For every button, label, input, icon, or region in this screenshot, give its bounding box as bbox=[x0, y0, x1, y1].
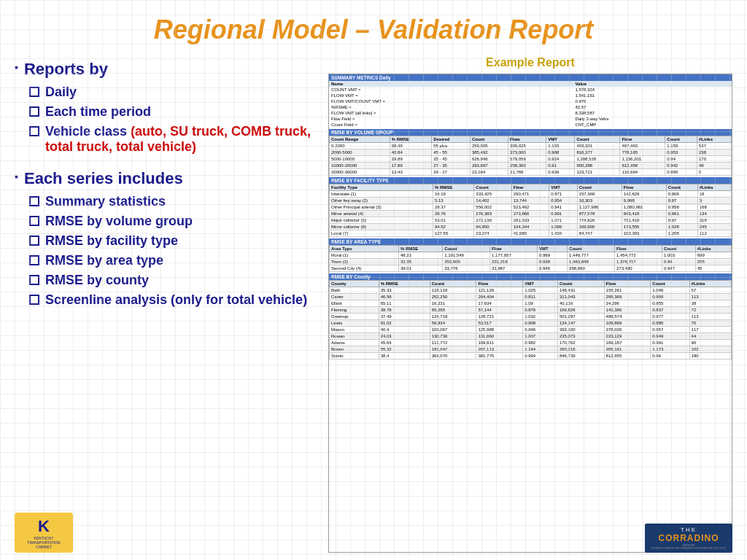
table-row: Local (7)127.6523,27441,9801.43484,74710… bbox=[330, 230, 732, 237]
each-time-label: Each time period bbox=[45, 104, 151, 120]
reports-by-list: Daily Each time period Vehicle class (au… bbox=[29, 85, 317, 155]
table-row: Carter46.58252,250204,4040.811311,043295… bbox=[330, 294, 732, 300]
rmse-facility-header: RMSE BY FACILITY TYPE bbox=[329, 177, 732, 184]
corradino-name: CORRADINO bbox=[659, 533, 719, 543]
vehicle-class-label: Vehicle class (auto, SU truck, COMB truc… bbox=[45, 124, 317, 155]
list-item: RMSE by area type bbox=[29, 253, 317, 268]
table-row: 20000-3000013.4324 - 2723,18421,7680.939… bbox=[330, 169, 732, 176]
vehicle-class-detail: (auto, SU truck, COMB truck, total truck… bbox=[45, 124, 311, 154]
table-row: Second City (4)39.0133,77631,9670.946268… bbox=[330, 265, 732, 272]
summary-metrics-section: SUMMARY METRICS Daily Name Value COUNT V… bbox=[329, 74, 732, 128]
table-row: COUNT VMT =1,578,324 bbox=[329, 87, 732, 93]
corradino-the: THE bbox=[681, 526, 697, 533]
table-row: FLOW VMT =1,541,161 bbox=[329, 93, 732, 98]
each-series-header: ▪ Each series includes bbox=[15, 169, 317, 188]
rmse-county-section: RMSE BY County County % RMSE Count Flow … bbox=[329, 273, 732, 359]
summary-stats-label: Summary statistics bbox=[45, 194, 166, 209]
table-row: Fleming39.7865,26557,1440.876169,826141,… bbox=[330, 307, 732, 314]
table-row: 10000-2000017.8927 - 35293,697258,3000.9… bbox=[330, 163, 732, 169]
list-item: Summary statistics bbox=[29, 194, 317, 209]
rmse-volume-section: RMSE BY VOLUME GROUP Count Range % RMSE … bbox=[329, 129, 732, 176]
summary-table: Name Value COUNT VMT =1,578,324 FLOW VMT… bbox=[329, 81, 732, 128]
table-row: Lewis61.0259,93453,5170.908124,147109,86… bbox=[330, 320, 732, 327]
bullet-icon: ▪ bbox=[15, 171, 18, 182]
checkbox-icon bbox=[29, 216, 39, 226]
table-row: Flow Field =Daily 2-way Vehs bbox=[329, 116, 732, 122]
table-row: County % RMSE Count Flow VMT Count Flow … bbox=[330, 281, 732, 287]
rmse-county-header: RMSE BY County bbox=[329, 273, 732, 280]
daily-label: Daily bbox=[45, 85, 77, 100]
rmse-facility-label: RMSE by facility type bbox=[45, 233, 178, 249]
checkbox-icon bbox=[29, 275, 39, 285]
bullet-icon: ▪ bbox=[15, 61, 18, 73]
table-row: Mason40.4103,067125,9880.946393,100376,0… bbox=[330, 327, 732, 333]
checkbox-icon bbox=[29, 236, 39, 246]
content-area: ▪ Reports by Daily Each time period Vehi… bbox=[0, 52, 747, 560]
rmse-area-header: RMSE BY AREA TYPE bbox=[329, 238, 732, 245]
screenline-label: Screenline analysis (only for total vehi… bbox=[45, 292, 307, 308]
table-row: Rural (1)48.211,191,5491,177,9570.9891,4… bbox=[330, 252, 732, 259]
example-report-title: Example Report bbox=[328, 56, 732, 69]
rmse-area-label: RMSE by area type bbox=[45, 253, 163, 268]
table-row: Area Type % RMSE Count Flow VMT Count Fl… bbox=[330, 246, 732, 252]
col-value: Value bbox=[573, 81, 732, 87]
table-row: Other fwy xway (2)5.1314,40213,7440.9541… bbox=[330, 198, 732, 204]
report-container: SUMMARY METRICS Daily Name Value COUNT V… bbox=[328, 74, 732, 553]
list-item: Vehicle class (auto, SU truck, COMB truc… bbox=[29, 124, 317, 155]
checkbox-icon bbox=[29, 255, 39, 265]
rmse-volume-label: RMSE by volume group bbox=[45, 214, 193, 229]
list-item: RMSE by facility type bbox=[29, 233, 317, 249]
rmse-facility-section: RMSE BY FACILITY TYPE Facility Type % RM… bbox=[329, 177, 732, 237]
table-row: Rowan24.03130,736131,6601.007235,073223,… bbox=[330, 333, 732, 340]
ktc-text3: CABINET bbox=[36, 545, 52, 549]
table-row: Elliott65.1116,23117,6341.0940,11634,296… bbox=[330, 300, 732, 307]
table-row: Count Range % RMSE Desired Count Flow VM… bbox=[330, 136, 732, 143]
right-panel: Example Report SUMMARY METRICS Daily Nam… bbox=[328, 52, 732, 553]
rmse-county-table: County % RMSE Count Flow VMT Count Flow … bbox=[329, 280, 732, 359]
slide: Regional Model – Validation Report ▪ Rep… bbox=[0, 0, 747, 560]
title-area: Regional Model – Validation Report bbox=[0, 0, 747, 52]
checkbox-icon bbox=[29, 87, 39, 97]
list-item: RMSE by county bbox=[29, 273, 317, 288]
checkbox-icon bbox=[29, 295, 39, 305]
ktc-logo: K KENTUCKY TRANSPORTATION CABINET bbox=[15, 513, 73, 553]
checkbox-icon bbox=[29, 126, 39, 136]
checkbox-icon bbox=[29, 196, 39, 206]
list-item: Screenline analysis (only for total vehi… bbox=[29, 292, 317, 308]
col-name: Name bbox=[329, 81, 573, 87]
list-item: Daily bbox=[29, 85, 317, 100]
table-row: FLOW VMT/COUNT VMT =0.976 bbox=[329, 98, 732, 104]
summary-header: SUMMARY METRICS Daily bbox=[329, 74, 732, 81]
table-row: Name Value bbox=[329, 81, 732, 87]
ktc-logo-area: K KENTUCKY TRANSPORTATION CABINET bbox=[15, 513, 73, 553]
list-item: RMSE by volume group bbox=[29, 214, 317, 229]
table-row: Other Principal arterial (3)28.37556,002… bbox=[330, 204, 732, 211]
table-row: Minor arterial (4)28.76276,383273,8660.9… bbox=[330, 211, 732, 217]
table-row: Major collector (5)53.01272,136291,5331.… bbox=[330, 217, 732, 224]
table-row: Greenup37.49124,719128,7211.032501,29748… bbox=[330, 314, 732, 320]
list-item: Each time period bbox=[29, 104, 317, 120]
corradino-tagline: BUSINESS PLANNERS PROGRAMMERS ENVIRONMEN… bbox=[651, 547, 726, 550]
table-row: 5000-1000029.8935 - 45626,946579,0590.92… bbox=[330, 156, 732, 163]
rmse-area-table: Area Type % RMSE Count Flow VMT Count Fl… bbox=[329, 245, 732, 272]
rmse-facility-table: Facility Type % RMSE Count Flow VMT Coun… bbox=[329, 184, 732, 237]
table-row: 2000-500040.8445 - 55385,492373,0000.968… bbox=[330, 149, 732, 156]
table-row: Scioto38.4364,070381,7750.994846,739812,… bbox=[330, 353, 732, 359]
checkbox-icon bbox=[29, 106, 39, 117]
main-title: Regional Model – Validation Report bbox=[15, 15, 732, 45]
table-row: Town (2)32.35353,000331,2180.9381,463,84… bbox=[330, 259, 732, 265]
reports-by-label: Reports by bbox=[24, 60, 108, 79]
table-row: Adams45.64111,772109,8110.982170,762169,… bbox=[330, 340, 732, 346]
left-panel: ▪ Reports by Daily Each time period Vehi… bbox=[15, 52, 328, 553]
rmse-area-section: RMSE BY AREA TYPE Area Type % RMSE Count… bbox=[329, 238, 732, 272]
table-row: Brown55.32181,047207,1131.144260,216305,… bbox=[330, 346, 732, 353]
table-row: Interstate (1)16.19333,425290,4710.87115… bbox=[330, 191, 732, 198]
each-series-list: Summary statistics RMSE by volume group … bbox=[29, 194, 317, 308]
rmse-volume-table: Count Range % RMSE Desired Count Flow VM… bbox=[329, 136, 732, 176]
reports-by-header: ▪ Reports by bbox=[15, 60, 317, 79]
ktc-k: K bbox=[38, 517, 50, 536]
corradino-logo-area: THE CORRADINO GROUP BUSINESS PLANNERS PR… bbox=[645, 524, 732, 553]
corradino-logo: THE CORRADINO GROUP BUSINESS PLANNERS PR… bbox=[645, 524, 732, 553]
table-row: Bath35.33118,118121,1261.025148,431155,2… bbox=[330, 287, 732, 294]
table-row: Facility Type % RMSE Count Flow VMT Coun… bbox=[330, 184, 732, 191]
